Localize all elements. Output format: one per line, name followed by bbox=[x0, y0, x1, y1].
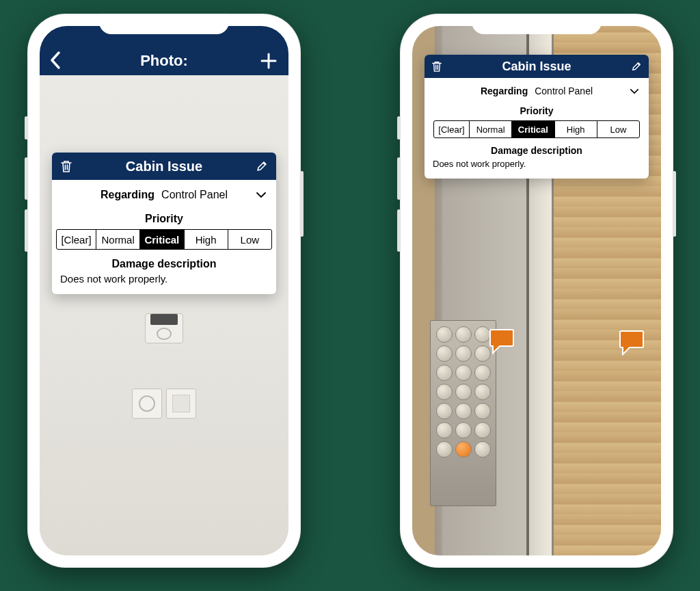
damage-description: Does not work properly. bbox=[52, 270, 276, 294]
trash-icon[interactable] bbox=[60, 159, 72, 173]
header-title: Photo: bbox=[140, 52, 188, 70]
phone-screen: Photo: Cabin Issue Regarding bbox=[40, 26, 288, 555]
priority-label: Priority bbox=[52, 213, 276, 225]
card-title: Cabin Issue bbox=[502, 60, 571, 74]
priority-option-high[interactable]: High bbox=[185, 230, 228, 249]
priority-option-clear[interactable]: [Clear] bbox=[434, 121, 470, 137]
regarding-row[interactable]: Regarding Control Panel bbox=[52, 180, 276, 210]
priority-segmented: [Clear] Normal Critical High Low bbox=[56, 229, 272, 250]
annotation-marker[interactable] bbox=[487, 327, 516, 356]
priority-option-high[interactable]: High bbox=[555, 121, 597, 137]
phone-screen: Cabin Issue Regarding Control Panel Prio… bbox=[412, 26, 661, 555]
priority-option-normal[interactable]: Normal bbox=[470, 121, 512, 137]
phone-side-button bbox=[397, 209, 401, 252]
phone-notch bbox=[99, 14, 229, 34]
regarding-label: Regarding bbox=[100, 189, 154, 201]
issue-card: Cabin Issue Regarding Control Panel Prio… bbox=[52, 153, 276, 294]
regarding-row[interactable]: Regarding Control Panel bbox=[425, 78, 649, 104]
trash-icon[interactable] bbox=[431, 60, 442, 73]
phone-mockup-right: Cabin Issue Regarding Control Panel Prio… bbox=[400, 14, 673, 568]
phone-side-button bbox=[25, 116, 28, 140]
priority-option-low[interactable]: Low bbox=[228, 230, 271, 249]
wall-thermostat bbox=[145, 313, 183, 375]
card-title: Cabin Issue bbox=[126, 159, 202, 174]
priority-option-critical[interactable]: Critical bbox=[512, 121, 554, 137]
priority-label: Priority bbox=[425, 105, 649, 116]
back-button[interactable] bbox=[49, 51, 62, 70]
wall-switches bbox=[132, 389, 196, 419]
priority-option-normal[interactable]: Normal bbox=[96, 230, 140, 249]
phone-side-button bbox=[300, 171, 304, 237]
pencil-icon[interactable] bbox=[256, 160, 268, 172]
card-header: Cabin Issue bbox=[425, 55, 649, 78]
phone-mockup-left: Photo: Cabin Issue Regarding bbox=[27, 14, 301, 568]
issue-card: Cabin Issue Regarding Control Panel Prio… bbox=[425, 55, 649, 179]
regarding-value: Control Panel bbox=[535, 86, 593, 96]
chevron-down-icon bbox=[630, 88, 639, 94]
priority-option-critical[interactable]: Critical bbox=[140, 230, 184, 249]
priority-option-clear[interactable]: [Clear] bbox=[57, 230, 96, 249]
elevator-control-panel bbox=[430, 320, 496, 506]
phone-side-button bbox=[397, 116, 401, 140]
annotation-marker[interactable] bbox=[617, 328, 646, 357]
regarding-value: Control Panel bbox=[161, 189, 228, 201]
phone-notch bbox=[472, 14, 602, 34]
damage-description: Does not work properly. bbox=[425, 156, 649, 179]
chevron-down-icon bbox=[256, 192, 267, 198]
phone-side-button bbox=[25, 157, 28, 200]
regarding-label: Regarding bbox=[481, 86, 528, 96]
add-button[interactable] bbox=[260, 52, 278, 70]
phone-side-button bbox=[673, 171, 676, 237]
phone-side-button bbox=[25, 209, 28, 252]
pencil-icon[interactable] bbox=[631, 61, 642, 72]
priority-option-low[interactable]: Low bbox=[597, 121, 639, 137]
damage-label: Damage description bbox=[425, 145, 649, 156]
phone-side-button bbox=[397, 157, 401, 200]
card-header: Cabin Issue bbox=[52, 153, 276, 180]
damage-label: Damage description bbox=[52, 258, 276, 270]
priority-segmented: [Clear] Normal Critical High Low bbox=[433, 120, 640, 138]
